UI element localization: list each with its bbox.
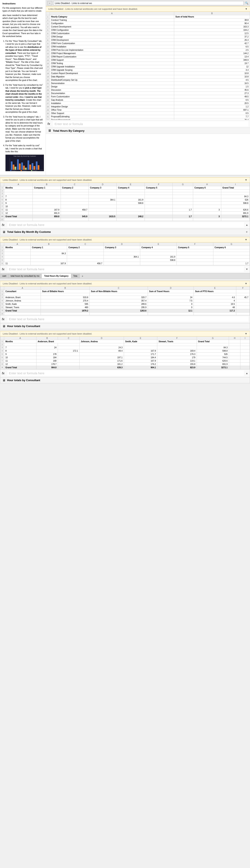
list-item: 5 Smith, Kade 595 289.6 0 19.5 — [0, 302, 250, 306]
instructions-title: Instructions — [2, 2, 43, 5]
sales-table-wrapper: A B C D E F G H I 1 Months Company 1 — [0, 183, 250, 221]
svg-rect-9 — [25, 168, 27, 170]
list-item: 3Configuration90.4 — [46, 22, 250, 25]
svg-rect-20 — [31, 170, 32, 171]
grand-total-row: 9 Grand Total 904.8 639.3 904.1 823.9 32… — [0, 366, 250, 369]
table-row: 8 — [0, 312, 250, 315]
chevron-down-icon[interactable]: ▼ — [245, 7, 248, 10]
list-item: 3 Anderson, Brant 533.8 320.7 24 4.6 45.… — [0, 296, 250, 299]
fx-label-5: fx — [2, 372, 6, 375]
sheet-title-bar-2: 🖥 Total Sales By Month By Custome + — [0, 229, 250, 235]
chevron-down-icon-5[interactable]: ▼ — [245, 282, 247, 285]
sheet3-section: Links Disabled - Links to external workb… — [0, 237, 250, 279]
sheet-title-bar-5: 🖥 Hour totals by Consultant — [0, 377, 250, 383]
chevron-down-icon-4[interactable]: ▼ — [246, 268, 248, 271]
monthly-consultant-table-wrapper: A B C D E F G H I 1 Months Anderson, Bra… — [0, 336, 250, 369]
chevron-up-icon-5[interactable]: ▲ — [246, 372, 248, 375]
table-row: 6 9 598.8 598.8 — [0, 202, 250, 205]
instructions-body2: also have needed to have determined whic… — [2, 14, 43, 38]
list-item: 3 7 24 24.3 84.3 — [0, 346, 250, 349]
sheet2-title: Total Sales By Month By Custome — [7, 230, 51, 234]
header-hours: Sum of total Hours — [174, 15, 250, 19]
sheet1-title: Total Hours By Category — [53, 129, 84, 132]
table-row: 4 7 84.3 — [0, 195, 250, 198]
sheet4-title: Hour totals by Consultant — [7, 324, 40, 328]
formula-placeholder-3[interactable]: Enter text or formula here — [7, 267, 244, 272]
formula-placeholder-1[interactable]: Enter text or formula — [53, 121, 248, 126]
formula-bar-4: fx Enter text or formula here — [0, 315, 250, 323]
list-item: 6 Stewart, Travis 480 295.9 0 48 — [0, 306, 250, 309]
list-item: 13CRM Report Customization13.4 — [46, 55, 250, 59]
svg-rect-10 — [28, 160, 29, 170]
list-item: 4Content Development163.3 — [46, 25, 250, 29]
svg-rect-7 — [21, 162, 23, 170]
svg-rect-18 — [21, 170, 22, 171]
table-row: 4 364.1161.9 — [0, 255, 250, 258]
add-sheet-icon[interactable]: + — [246, 230, 248, 234]
svg-rect-2 — [11, 161, 12, 170]
monitor-icon-2: 🖥 — [2, 230, 5, 234]
chart-thumbnail: Total Sales By Month By Customer — [5, 155, 44, 171]
fx-label-3: fx — [2, 268, 6, 271]
sheet5-title: Hour totals by Consultant — [7, 379, 40, 382]
nav-bar: ← Links Disabled - Links to external wo … — [46, 0, 250, 6]
svg-text:Company 2: Company 2 — [22, 170, 27, 171]
col-a-header: A — [50, 12, 174, 15]
tab-add-button[interactable]: + — [80, 273, 85, 279]
table-row: 2 — [0, 189, 250, 192]
svg-rect-15 — [38, 165, 39, 170]
table-row: 7 10 — [0, 205, 250, 208]
list-item: 23Discussion45.6 — [46, 88, 250, 92]
table-row: 8 11 167.9 458.7 1.7 3 626.6 — [0, 208, 250, 211]
formula-bar-3: fx Enter text or formula here ▼ — [0, 265, 250, 273]
list-item: 27Installation20.5 — [46, 102, 250, 105]
formula-placeholder-5[interactable]: Enter text or formula here — [7, 371, 244, 376]
list-item: 26Gap Analysis0.5 — [46, 98, 250, 102]
monitor-icon-4: 🖥 — [2, 324, 5, 328]
disabled-links-banner-5[interactable]: Links Disabled - Links to external workb… — [0, 331, 250, 336]
partial-sales-table: A B C D E F G 1 Months Company 1 Company… — [0, 242, 250, 265]
list-item: 11CRM Post-Go-Live Implementation2.5 — [46, 49, 250, 52]
nav-address-bar: Links Disabled - Links to external wo — [53, 1, 244, 5]
list-item: 16CRM Upgrade Installation12 — [46, 65, 250, 68]
sheet-title-bar-4: 🖥 Hour totals by Consultant — [0, 323, 250, 329]
partial-data-table: A B C D E F G 1 Months Company 1 Company… — [0, 242, 250, 265]
table-row: 2 — [0, 343, 250, 346]
list-item: 10CRM Installation6.5 — [46, 45, 250, 49]
disabled-links-banner-2[interactable]: Links Disabled - Links to external workb… — [0, 177, 250, 183]
table-row: 3 — [0, 192, 250, 195]
list-item: 5CRM Configuration104.2 — [46, 29, 250, 32]
list-item: 6 10 184 197.1 184.4 179 744.5 — [0, 356, 250, 359]
list-item: 19Data Migration10.8 — [46, 75, 250, 79]
chevron-up-icon-2[interactable]: ▲ — [246, 223, 248, 226]
list-item: 32Project Management76.4 — [46, 118, 250, 120]
col-headers-row: A B C D E F G H I — [0, 183, 250, 186]
tab-tota[interactable]: Tota — [71, 274, 80, 278]
disabled-links-banner-4[interactable]: Links Disabled - Links to external workb… — [0, 281, 250, 286]
sales-data-table: A B C D E F G H I 1 Months Company 1 — [0, 183, 250, 221]
grand-total-row: 7 Grand Total 1879.2 1263.6 12.1 117.2 — [0, 309, 250, 312]
svg-rect-14 — [36, 161, 37, 170]
monitor-icon-5: 🖥 — [2, 378, 5, 382]
tab-total-hours-by-category[interactable]: Total Hours By Category — [42, 274, 71, 278]
tab-consultant-by-mo[interactable]: total hours by consultant by mo — [8, 274, 42, 278]
header-category: Hourly Category — [50, 15, 174, 19]
svg-text:Company 1: Company 1 — [12, 170, 16, 171]
disabled-links-banner-1[interactable]: Links Disabled - Links to external workb… — [46, 6, 250, 12]
chevron-down-icon-6[interactable]: ▼ — [245, 332, 247, 335]
list-item: 7 11 168 171.6 167.9 119.1 626.6 — [0, 359, 250, 363]
disabled-links-banner-3[interactable]: Links Disabled - Links to external workb… — [0, 237, 250, 242]
list-item: 5 9 178 171.7 176.3 526 — [0, 352, 250, 356]
tab-cant[interactable]: cant — [0, 274, 8, 278]
list-item: 14CRM Support349.9 — [46, 59, 250, 62]
list-item: 17CRM Upgrade Scoping3.3 — [46, 68, 250, 72]
chevron-down-icon-2[interactable]: ▼ — [245, 179, 247, 181]
nav-back-button[interactable]: ← — [48, 1, 52, 5]
list-item: 4 8 172.1 89.4 167.9 169.4 598.8 — [0, 349, 250, 352]
formula-placeholder-2[interactable]: Enter text or formula here — [7, 222, 244, 227]
list-item: 31Proposal/Estimating7.7 — [46, 115, 250, 118]
list-item: 9CRM Form Customization42.7 — [46, 42, 250, 45]
nav-search-icon: 🔍 — [245, 1, 248, 5]
chevron-down-icon-3[interactable]: ▼ — [245, 238, 247, 241]
formula-placeholder-4[interactable]: Enter text or formula here — [7, 316, 248, 322]
